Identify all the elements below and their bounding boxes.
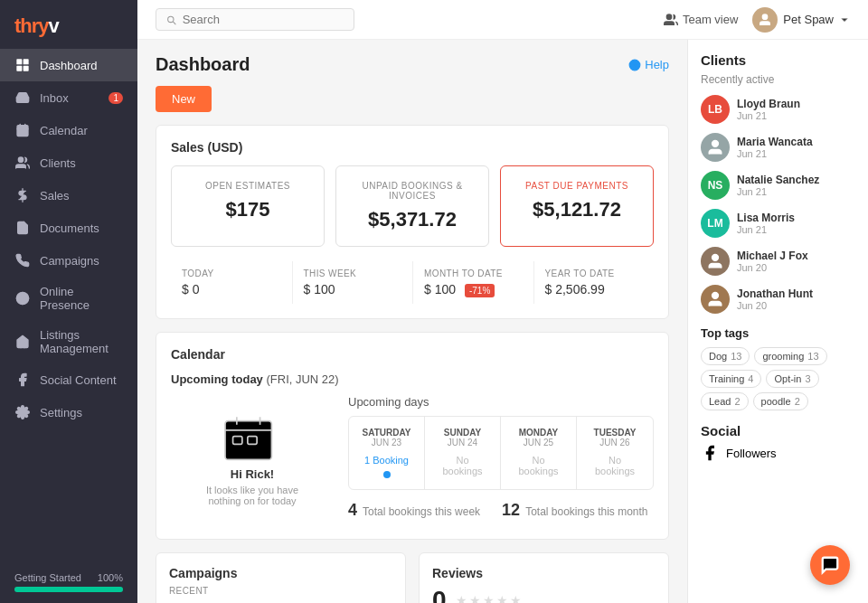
tag-row-3: Lead 2 poodle 2 — [701, 392, 855, 410]
client-natalie[interactable]: NS Natalie Sanchez Jun 21 — [701, 171, 855, 200]
tags-section: Top tags Dog 13 grooming 13 Training 4 O… — [701, 326, 855, 410]
team-view-label: Team view — [683, 13, 738, 26]
user-menu[interactable]: Pet Spaw — [752, 7, 850, 33]
logo: thryv — [0, 0, 137, 49]
total-week-stat: 4 Total bookings this week — [348, 501, 480, 520]
client-michael[interactable]: Michael J Fox Jun 20 — [701, 247, 855, 276]
clients-icon — [14, 155, 31, 171]
inbox-icon — [14, 90, 31, 106]
content-area: Dashboard Help New Sales (USD) OPEN ESTI… — [137, 40, 868, 603]
search-input[interactable] — [183, 13, 344, 26]
nav-label-sales: Sales — [40, 189, 70, 203]
svg-point-14 — [763, 14, 768, 19]
tag-dog[interactable]: Dog 13 — [701, 347, 750, 365]
progress-fill — [14, 587, 123, 592]
right-panel: Clients Recently active LB Lloyd Braun J… — [687, 40, 868, 603]
main-panel: Dashboard Help New Sales (USD) OPEN ESTI… — [137, 40, 687, 603]
empty-msg: It looks like you have nothing on for to… — [189, 485, 316, 506]
tag-training[interactable]: Training 4 — [701, 370, 761, 388]
sidebar-item-settings[interactable]: Settings — [0, 396, 137, 429]
getting-started-label: Getting Started — [14, 572, 81, 583]
upcoming-days-grid: SATURDAY JUN 23 1 Booking SUNDAY JUN 24 … — [348, 416, 654, 490]
main-area: Team view Pet Spaw Dashboard Help New — [137, 0, 868, 603]
total-week-num: 4 — [348, 501, 357, 520]
calendar-empty-icon — [221, 413, 284, 467]
fab-button[interactable] — [810, 545, 850, 585]
sidebar-item-listings[interactable]: Listings Management — [0, 320, 137, 363]
facebook-icon — [701, 444, 719, 462]
chat-icon — [820, 555, 840, 575]
sidebar: thryv Dashboard Inbox 1 Calendar Cl — [0, 0, 137, 603]
estimates-amount: $175 — [186, 198, 309, 221]
progress-percent: 100% — [98, 572, 123, 583]
sidebar-item-dashboard[interactable]: Dashboard — [0, 49, 137, 81]
tag-row-1: Dog 13 grooming 13 — [701, 347, 855, 365]
upcoming-header: Upcoming today (FRI, JUN 22) — [171, 372, 654, 386]
empty-title: Hi Rick! — [231, 467, 274, 481]
page-header: Dashboard Help — [156, 54, 669, 75]
team-view-button[interactable]: Team view — [664, 13, 738, 27]
sales-title: Sales (USD) — [171, 140, 654, 155]
sidebar-item-inbox[interactable]: Inbox 1 — [0, 81, 137, 114]
social-content-icon — [14, 372, 31, 388]
client-avatar-lm: LM — [701, 209, 730, 238]
stat-year: YEAR TO DATE $ 2,506.99 — [533, 261, 655, 304]
tag-lead[interactable]: Lead 2 — [701, 392, 749, 410]
client-avatar-ns: NS — [701, 171, 730, 200]
nav-label-calendar: Calendar — [40, 124, 88, 137]
client-jonathan[interactable]: Jonathan Hunt Jun 20 — [701, 285, 855, 314]
stat-today: TODAY $ 0 — [171, 261, 292, 304]
user-name: Pet Spaw — [783, 13, 834, 26]
sales-box-unpaid: UNPAID BOOKINGS & INVOICES $5,371.72 — [335, 165, 489, 247]
client-info-natalie: Natalie Sanchez Jun 21 — [737, 174, 855, 197]
total-month-stat: 12 Total bookings this month — [502, 501, 647, 520]
client-avatar-mf — [701, 247, 730, 276]
client-lisa[interactable]: LM Lisa Morris Jun 21 — [701, 209, 855, 238]
total-week-label: Total bookings this week — [363, 505, 480, 518]
reviews-card: Reviews 0 ★★★★★ — [419, 552, 669, 603]
sidebar-nav: Dashboard Inbox 1 Calendar Clients Sa — [0, 49, 137, 561]
nav-label-dashboard: Dashboard — [40, 59, 98, 72]
client-maria[interactable]: Maria Wancata Jun 21 — [701, 133, 855, 162]
svg-rect-3 — [17, 66, 22, 71]
badge-inbox: 1 — [108, 92, 123, 104]
tags-title: Top tags — [701, 326, 855, 340]
tag-optin[interactable]: Opt-in 3 — [766, 370, 818, 388]
nav-label-listings: Listings Management — [40, 328, 123, 355]
svg-rect-22 — [248, 437, 257, 445]
stat-week: THIS WEEK $ 100 — [292, 261, 413, 304]
day-sunday: SUNDAY JUN 24 No bookings — [425, 417, 501, 489]
svg-rect-21 — [233, 437, 242, 445]
campaigns-icon — [14, 252, 31, 269]
sidebar-item-documents[interactable]: Documents — [0, 212, 137, 244]
sidebar-item-campaigns[interactable]: Campaigns — [0, 244, 137, 277]
help-icon — [628, 59, 641, 71]
nav-label-clients: Clients — [40, 156, 76, 170]
progress-bar — [14, 587, 123, 592]
client-info-maria: Maria Wancata Jun 21 — [737, 136, 855, 159]
followers-label: Followers — [726, 447, 777, 460]
sidebar-footer: Getting Started 100% — [0, 561, 137, 603]
stat-month: MONTH TO DATE $ 100 -71% — [412, 261, 533, 304]
topbar: Team view Pet Spaw — [137, 0, 868, 40]
help-link[interactable]: Help — [628, 58, 669, 71]
pastdue-amount: $5,121.72 — [515, 198, 638, 221]
clients-title: Clients — [701, 52, 855, 68]
sidebar-item-clients[interactable]: Clients — [0, 146, 137, 179]
search-box[interactable] — [156, 8, 354, 31]
sidebar-item-calendar[interactable]: Calendar — [0, 114, 137, 146]
new-button[interactable]: New — [156, 86, 212, 112]
client-lloyd[interactable]: LB Lloyd Braun Jun 21 — [701, 95, 855, 124]
tag-grooming[interactable]: grooming 13 — [754, 347, 826, 365]
sidebar-item-online-presence[interactable]: Online Presence — [0, 277, 137, 320]
sidebar-item-sales[interactable]: Sales — [0, 179, 137, 212]
client-avatar-mw — [701, 133, 730, 162]
search-icon — [165, 14, 177, 26]
upcoming-days-section: Upcoming days SATURDAY JUN 23 1 Booking … — [348, 395, 654, 524]
sidebar-item-social-content[interactable]: Social Content — [0, 363, 137, 396]
tag-poodle[interactable]: poodle 2 — [753, 392, 808, 410]
campaigns-title: Campaigns — [169, 566, 392, 580]
sales-icon — [14, 187, 31, 203]
upcoming-today-label: Upcoming today — [171, 372, 263, 386]
reviews-title: Reviews — [432, 566, 656, 580]
